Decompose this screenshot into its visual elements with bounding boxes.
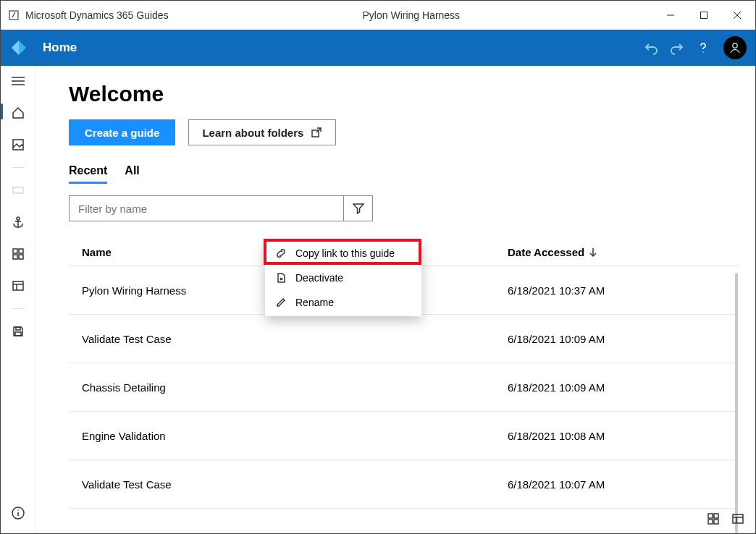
home-label[interactable]: Home xyxy=(43,41,77,55)
svg-rect-18 xyxy=(19,255,23,259)
table-scrollbar[interactable] xyxy=(735,273,738,533)
tab-all[interactable]: All xyxy=(125,164,139,184)
svg-point-5 xyxy=(702,51,704,53)
svg-rect-23 xyxy=(15,332,21,336)
table-row[interactable]: Chassis Detailing6/18/2021 10:09 AM xyxy=(69,363,738,412)
learn-folders-label: Learn about folders xyxy=(202,127,303,139)
app-title: Microsoft Dynamics 365 Guides xyxy=(25,9,169,21)
file-title: Pylon Wiring Harness xyxy=(169,9,654,21)
learn-folders-button[interactable]: Learn about folders xyxy=(188,119,336,145)
link-icon xyxy=(275,247,287,259)
create-guide-button[interactable]: Create a guide xyxy=(69,119,175,145)
filter-input[interactable] xyxy=(70,196,343,221)
ctx-deactivate-label: Deactivate xyxy=(295,272,343,284)
external-link-icon xyxy=(311,127,322,138)
document-x-icon xyxy=(275,272,287,284)
svg-point-6 xyxy=(733,43,737,48)
page-title: Welcome xyxy=(69,82,738,106)
ctx-rename-label: Rename xyxy=(295,297,334,308)
svg-rect-32 xyxy=(708,514,713,518)
window-controls xyxy=(654,1,754,30)
svg-rect-16 xyxy=(19,249,23,253)
anchor-icon[interactable] xyxy=(7,213,30,232)
svg-rect-11 xyxy=(13,187,23,193)
user-avatar-button[interactable] xyxy=(723,36,747,59)
svg-rect-33 xyxy=(714,514,718,518)
ctx-rename[interactable]: Rename xyxy=(265,290,421,315)
ctx-copy-link[interactable]: Copy link to this guide xyxy=(265,241,421,266)
row-date: 6/18/2021 10:07 AM xyxy=(508,478,725,491)
column-date[interactable]: Date Accessed xyxy=(508,246,725,258)
row-name: Validate Test Case xyxy=(82,333,508,345)
table-row[interactable]: Validate Test Case6/18/2021 10:07 AM xyxy=(69,460,738,509)
svg-point-26 xyxy=(17,509,19,511)
svg-rect-17 xyxy=(13,255,17,259)
redo-button[interactable] xyxy=(664,35,690,61)
svg-rect-35 xyxy=(714,520,718,524)
undo-button[interactable] xyxy=(638,35,664,61)
nav-active-indicator xyxy=(1,103,3,119)
nav-separator xyxy=(12,167,25,168)
minimize-button[interactable] xyxy=(654,1,687,30)
home-icon[interactable] xyxy=(7,103,30,122)
app-icon xyxy=(8,9,20,21)
maximize-button[interactable] xyxy=(687,1,721,30)
titlebar: Microsoft Dynamics 365 Guides Pylon Wiri… xyxy=(1,1,755,30)
svg-rect-34 xyxy=(708,520,713,524)
filter-icon[interactable] xyxy=(343,196,372,221)
pencil-icon xyxy=(275,297,287,308)
svg-point-12 xyxy=(17,217,20,220)
row-date: 6/18/2021 10:37 AM xyxy=(508,284,725,297)
row-name: Validate Test Case xyxy=(82,478,508,491)
svg-rect-36 xyxy=(733,514,743,523)
svg-rect-15 xyxy=(13,249,17,253)
nav-separator xyxy=(12,308,25,309)
close-button[interactable] xyxy=(721,1,754,30)
ribbon-header: Home xyxy=(1,30,755,66)
help-button[interactable] xyxy=(690,35,716,61)
left-nav xyxy=(1,66,35,533)
image-icon[interactable] xyxy=(7,135,30,154)
table-row[interactable]: Engine Validation6/18/2021 10:08 AM xyxy=(69,412,738,460)
ctx-copy-link-label: Copy link to this guide xyxy=(295,247,395,259)
filter-box xyxy=(69,195,373,221)
row-date: 6/18/2021 10:08 AM xyxy=(508,430,725,442)
row-name: Engine Validation xyxy=(82,430,508,442)
row-name: Chassis Detailing xyxy=(82,381,508,394)
row-date: 6/18/2021 10:09 AM xyxy=(508,381,725,394)
tile-view-button[interactable] xyxy=(705,510,722,527)
table-row[interactable]: Validate Test Case6/18/2021 10:09 AM xyxy=(69,315,738,363)
card-icon[interactable] xyxy=(7,181,30,200)
sort-descending-icon xyxy=(589,247,597,258)
app-logo-icon xyxy=(1,30,37,66)
ctx-deactivate[interactable]: Deactivate xyxy=(265,266,421,290)
context-menu: Copy link to this guide Deactivate Renam… xyxy=(265,240,421,316)
tab-recent[interactable]: Recent xyxy=(69,164,107,184)
svg-rect-19 xyxy=(13,281,23,290)
grid-icon[interactable] xyxy=(7,245,30,263)
row-date: 6/18/2021 10:09 AM xyxy=(508,333,725,345)
view-switch xyxy=(705,510,747,527)
svg-rect-2 xyxy=(701,12,707,19)
column-date-label: Date Accessed xyxy=(508,246,584,258)
info-icon[interactable] xyxy=(7,501,30,525)
hamburger-icon[interactable] xyxy=(7,72,30,90)
save-icon[interactable] xyxy=(7,322,30,341)
list-view-button[interactable] xyxy=(729,510,747,527)
panel-icon[interactable] xyxy=(7,276,30,295)
svg-rect-22 xyxy=(16,327,20,330)
